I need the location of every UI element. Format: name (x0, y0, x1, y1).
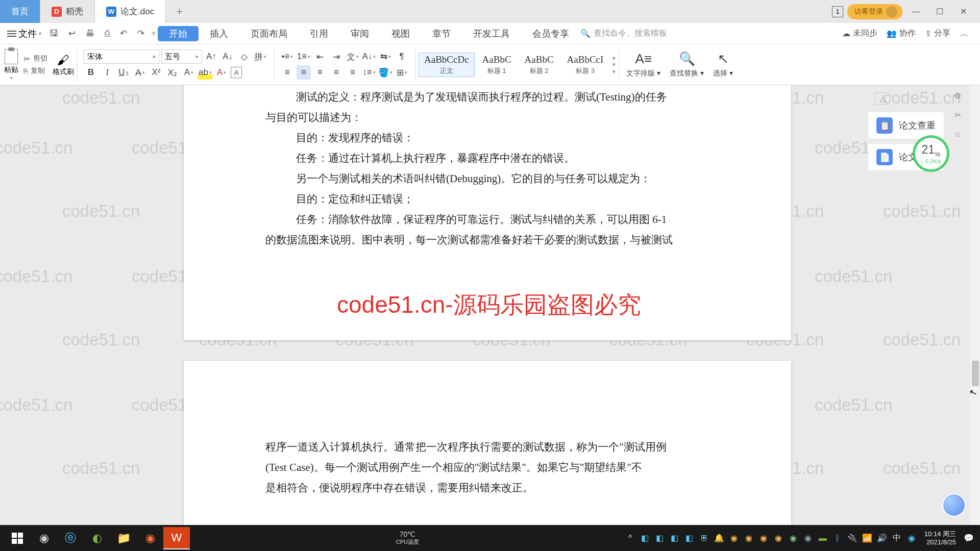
align-center-button[interactable]: ≡ (297, 65, 311, 80)
taskbar-wps[interactable]: W (163, 527, 190, 549)
menu-tab-devtools[interactable]: 开发工具 (462, 23, 521, 44)
format-painter-button[interactable]: 🖌 格式刷 (53, 53, 74, 77)
numbering-button[interactable]: 1≡ (297, 49, 311, 64)
minimize-button[interactable]: — (906, 4, 926, 19)
paste-button[interactable]: 粘贴▾ (4, 49, 18, 81)
tray-icon[interactable]: ◉ (758, 533, 769, 543)
qat-undo2-icon[interactable]: ↶ (115, 28, 132, 39)
line-spacing-button[interactable]: ↕≡ (362, 65, 376, 80)
ribbon-collapse-icon[interactable]: ︿ (960, 28, 969, 40)
menu-tab-chapter[interactable]: 章节 (421, 23, 462, 44)
tray-icon[interactable]: ◉ (803, 533, 813, 543)
asian-layout-button[interactable]: 文 (346, 49, 360, 64)
tool-clip-icon[interactable]: ✂ (950, 108, 965, 122)
align-left-button[interactable]: ≡ (280, 65, 295, 80)
speed-widget[interactable]: 21% ↓ 0.2K/s (913, 135, 949, 172)
find-replace-button[interactable]: 🔍 查找替换 ▾ (666, 51, 708, 78)
borders-button[interactable]: ⊞ (395, 65, 409, 80)
font-color-button[interactable]: A (214, 65, 229, 80)
tray-clock[interactable]: 10:14 周三 2021/8/25 (921, 530, 959, 546)
style-h3[interactable]: AaBbCcI 标题 3 (561, 53, 609, 77)
style-body[interactable]: AaBbCcDc 正文 (419, 53, 475, 77)
menu-tab-reference[interactable]: 引用 (299, 23, 339, 44)
scrollbar-thumb[interactable] (972, 361, 979, 386)
menu-tab-review[interactable]: 审阅 (339, 23, 380, 44)
tab-home[interactable]: 首页 (0, 0, 40, 23)
tray-ime-icon[interactable]: 中 (892, 533, 902, 543)
tray-icon[interactable]: ◉ (788, 533, 798, 543)
underline-button[interactable]: U (116, 65, 131, 80)
tray-icon[interactable]: ◧ (655, 533, 665, 543)
style-h2[interactable]: AaBbC 标题 2 (519, 53, 559, 77)
tray-notifications-icon[interactable]: 💬 (964, 533, 974, 543)
tray-volume-icon[interactable]: 🔊 (877, 533, 887, 543)
tab-button[interactable]: ⇆ (378, 49, 393, 64)
phonetic-icon[interactable]: 拼 (253, 49, 267, 64)
tray-icon[interactable]: ◉ (744, 533, 754, 543)
collab-button[interactable]: 👥协作 (887, 28, 916, 39)
tray-icon[interactable]: ◉ (906, 533, 917, 543)
superscript-button[interactable]: X² (149, 65, 163, 80)
tray-icon[interactable]: ◧ (670, 533, 680, 543)
copy-button[interactable]: ⎘复制 (22, 66, 48, 76)
add-tab-button[interactable]: + (166, 5, 193, 18)
start-button[interactable] (4, 527, 31, 549)
menu-tab-insert[interactable]: 插入 (199, 23, 239, 44)
bullets-button[interactable]: •≡ (280, 49, 295, 64)
tray-icon[interactable]: ◉ (729, 533, 739, 543)
taskbar-edge[interactable]: ◐ (84, 527, 110, 549)
taskbar-app2[interactable]: ◉ (137, 527, 163, 549)
sync-status[interactable]: ☁未同步 (842, 28, 877, 39)
shrink-font-icon[interactable]: A↓ (220, 49, 235, 64)
maximize-button[interactable]: ☐ (930, 4, 949, 19)
search-box[interactable]: 🔍 查找命令、搜索模板 (580, 28, 667, 39)
char-border-button[interactable]: A (231, 67, 242, 78)
tab-document[interactable]: W 论文.doc (95, 0, 166, 23)
sort-button[interactable]: A↓ (362, 49, 376, 64)
taskbar-ie[interactable]: ⓔ (57, 527, 84, 549)
align-justify-button[interactable]: ≡ (329, 65, 344, 80)
document-page[interactable]: 程序一道送入计算机执行。通常把一次程序执行需要的测试数据，称为一个"测试用例 (… (184, 361, 791, 549)
subscript-button[interactable]: X₂ (165, 65, 180, 80)
font-name-select[interactable]: 宋体 (84, 49, 159, 64)
font-size-select[interactable]: 五号 (161, 49, 202, 64)
tray-power-icon[interactable]: 🔌 (847, 533, 857, 543)
assistant-bubble[interactable] (942, 493, 966, 517)
align-distribute-button[interactable]: ≡ (346, 65, 360, 80)
tray-bell-icon[interactable]: 🔔 (714, 533, 724, 543)
text-effect-button[interactable]: A (182, 65, 196, 80)
cut-button[interactable]: ✂剪切 (22, 54, 48, 64)
qat-redo-icon[interactable]: ↷ (132, 28, 150, 39)
select-button[interactable]: ↖ 选择 ▾ (709, 51, 737, 78)
qat-save-icon[interactable]: 🖫 (44, 29, 63, 39)
clear-format-icon[interactable]: ◇ (237, 49, 251, 64)
share-button[interactable]: ⇪分享 (925, 28, 950, 39)
italic-button[interactable]: I (100, 65, 114, 80)
decrease-indent-button[interactable]: ⇤ (313, 49, 327, 64)
tray-nvidia-icon[interactable]: ▬ (818, 533, 828, 543)
menu-tab-view[interactable]: 视图 (380, 23, 421, 44)
qat-undo-icon[interactable]: ↩ (63, 28, 81, 39)
qat-print-icon[interactable]: 🖶 (81, 29, 100, 39)
tray-wifi-icon[interactable]: 📶 (862, 533, 872, 543)
tray-up-icon[interactable]: ^ (625, 533, 635, 543)
taskbar-temp[interactable]: 70℃ CPU温度 (396, 530, 419, 546)
file-menu[interactable]: 文件 ▾ (4, 28, 44, 40)
grow-font-icon[interactable]: A↑ (204, 49, 218, 64)
menu-tab-start[interactable]: 开始 (158, 26, 199, 41)
panel-collapse-icon[interactable]: △ (875, 92, 890, 105)
shading-button[interactable]: 🪣 (378, 65, 393, 80)
tray-icon[interactable]: ◧ (640, 533, 650, 543)
taskbar-explorer[interactable]: 📁 (110, 527, 137, 549)
tool-gear-icon[interactable]: ⚙ (950, 88, 965, 103)
tray-bluetooth-icon[interactable]: ᛒ (832, 533, 843, 543)
tray-icon[interactable]: ◧ (684, 533, 695, 543)
style-scroll[interactable]: ▴▾▾ (611, 54, 616, 75)
strike-button[interactable]: A̶ (133, 65, 147, 80)
tab-daoqiao[interactable]: D 稻壳 (40, 0, 95, 23)
align-right-button[interactable]: ≡ (313, 65, 327, 80)
tray-icon[interactable]: ◉ (773, 533, 783, 543)
menu-tab-layout[interactable]: 页面布局 (239, 23, 299, 44)
login-button[interactable]: 访客登录 (847, 4, 902, 19)
show-marks-button[interactable]: ¶ (395, 49, 409, 64)
